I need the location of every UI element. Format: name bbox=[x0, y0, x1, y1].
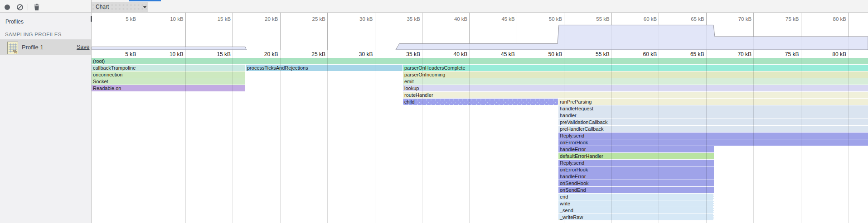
svg-text:%: % bbox=[13, 49, 17, 54]
